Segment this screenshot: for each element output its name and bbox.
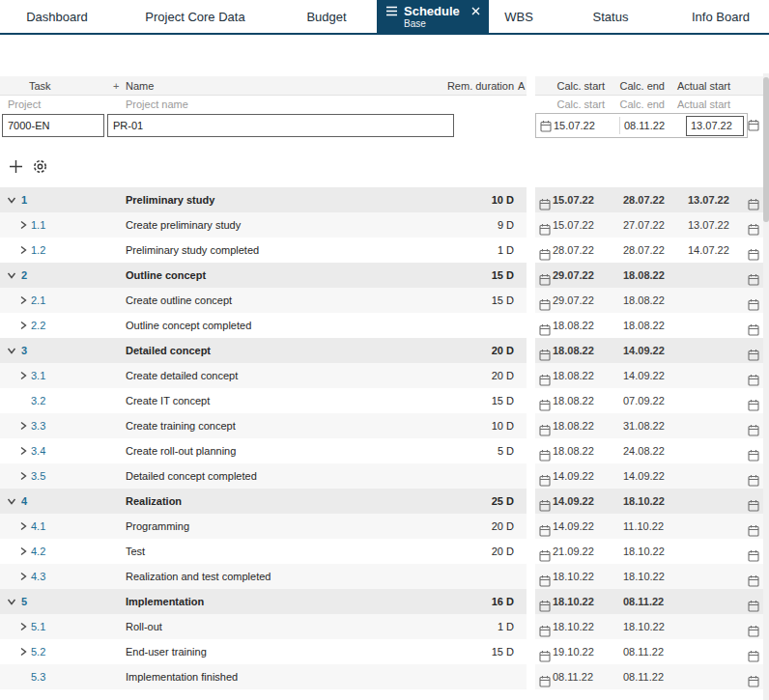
calc-start-cell[interactable]: 18.08.22 — [553, 313, 594, 338]
chevron-icon[interactable] — [7, 270, 16, 280]
task-number-link[interactable]: 3.4 — [31, 438, 45, 463]
chevron-icon[interactable] — [18, 521, 28, 531]
calc-end-cell[interactable]: 11.10.22 — [623, 514, 664, 539]
tab-info-board[interactable]: Info Board — [672, 0, 769, 33]
task-duration-cell[interactable]: 1 D — [498, 614, 514, 639]
calendar-icon[interactable] — [539, 546, 551, 558]
task-name-cell[interactable]: Preliminary study — [126, 187, 214, 212]
chevron-icon[interactable] — [18, 471, 28, 481]
task-number-link[interactable]: 5.2 — [31, 639, 45, 664]
calendar-icon[interactable] — [748, 320, 759, 332]
calendar-icon[interactable] — [539, 520, 551, 533]
calendar-icon[interactable] — [748, 119, 759, 133]
calendar-icon[interactable] — [539, 345, 551, 357]
calc-start-cell[interactable]: 18.08.22 — [553, 413, 594, 438]
calendar-icon[interactable] — [748, 244, 759, 257]
calc-start-cell[interactable]: 15.07.22 — [553, 212, 594, 238]
calendar-icon[interactable] — [539, 370, 551, 382]
calc-end-cell[interactable]: 31.08.22 — [623, 413, 665, 438]
close-icon[interactable] — [471, 7, 480, 15]
calendar-icon[interactable] — [539, 571, 551, 583]
task-name-cell[interactable]: Test — [126, 539, 145, 564]
actual-start-cell[interactable]: 13.07.22 — [688, 187, 729, 212]
tab-schedule[interactable]: Schedule Base — [377, 0, 489, 33]
calendar-icon[interactable] — [539, 244, 551, 257]
task-name-cell[interactable]: Create preliminary study — [126, 212, 241, 238]
calendar-icon[interactable] — [748, 370, 759, 382]
hamburger-icon[interactable] — [385, 6, 398, 16]
task-number-link[interactable]: 2.1 — [31, 288, 45, 313]
task-duration-cell[interactable]: 9 D — [498, 212, 514, 238]
calc-start-cell[interactable]: 18.10.22 — [553, 614, 594, 639]
task-name-cell[interactable]: Roll-out — [126, 614, 162, 639]
calc-end-cell[interactable]: 14.09.22 — [623, 363, 665, 388]
chevron-icon[interactable] — [18, 446, 28, 456]
task-number-link[interactable]: 1 — [21, 187, 27, 212]
calendar-icon[interactable] — [539, 269, 551, 282]
calc-end-cell[interactable]: 18.08.22 — [623, 288, 665, 313]
task-number-link[interactable]: 4.3 — [31, 564, 45, 589]
chevron-icon[interactable] — [18, 295, 28, 305]
task-duration-cell[interactable]: 20 D — [492, 539, 514, 564]
calc-start-cell[interactable]: 18.10.22 — [553, 589, 594, 614]
task-number-link[interactable]: 3.3 — [31, 413, 45, 438]
calc-end-cell[interactable]: 27.07.22 — [623, 212, 665, 238]
calendar-icon[interactable] — [748, 420, 759, 433]
calendar-icon[interactable] — [748, 294, 759, 307]
calendar-icon[interactable] — [539, 445, 551, 458]
calc-end-cell[interactable]: 14.09.22 — [623, 338, 665, 363]
calc-end-cell[interactable]: 18.08.22 — [623, 313, 665, 338]
calc-start-cell[interactable]: 15.07.22 — [553, 187, 594, 212]
calc-end-cell[interactable]: 14.09.22 — [623, 463, 665, 489]
calendar-icon[interactable] — [539, 395, 551, 407]
calendar-icon[interactable] — [539, 671, 551, 684]
chevron-icon[interactable] — [18, 421, 28, 431]
task-name-cell[interactable]: End-user training — [126, 639, 207, 664]
calc-start-cell[interactable]: 14.09.22 — [553, 463, 594, 489]
chevron-icon[interactable] — [18, 321, 28, 330]
task-number-link[interactable]: 3 — [21, 338, 27, 363]
project-name-input[interactable] — [107, 114, 454, 137]
task-number-link[interactable]: 1.1 — [31, 212, 45, 238]
calc-end-cell[interactable]: 18.10.22 — [623, 564, 665, 589]
calendar-icon[interactable] — [539, 194, 551, 207]
task-name-cell[interactable]: Create detailed concept — [126, 363, 238, 388]
task-name-cell[interactable]: Detailed concept — [126, 338, 211, 363]
chevron-icon[interactable] — [18, 647, 28, 657]
calc-end-cell[interactable]: 18.10.22 — [623, 539, 665, 564]
task-duration-cell[interactable]: 1 D — [498, 238, 514, 263]
chevron-icon[interactable] — [7, 496, 16, 506]
actual-start-cell[interactable]: 13.07.22 — [688, 212, 729, 238]
calc-start-cell[interactable]: 21.09.22 — [553, 539, 594, 564]
vertical-scrollbar[interactable] — [763, 73, 769, 700]
task-duration-cell[interactable]: 20 D — [492, 514, 514, 539]
calc-start-cell[interactable]: 19.10.22 — [553, 639, 594, 664]
task-name-cell[interactable]: Create training concept — [126, 413, 236, 438]
calendar-icon[interactable] — [748, 194, 759, 207]
project-id-input[interactable] — [2, 114, 104, 137]
calendar-icon[interactable] — [748, 596, 759, 608]
calendar-icon[interactable] — [748, 621, 759, 633]
task-duration-cell[interactable]: 10 D — [492, 413, 514, 438]
task-number-link[interactable]: 5 — [21, 589, 27, 614]
task-name-cell[interactable]: Detailed concept completed — [126, 463, 257, 489]
calc-end-cell[interactable]: 08.11.22 — [623, 639, 664, 664]
task-duration-cell[interactable]: 10 D — [492, 187, 514, 212]
calc-end-cell[interactable]: 07.09.22 — [623, 388, 665, 413]
task-name-cell[interactable]: Create outline concept — [126, 288, 232, 313]
chevron-icon[interactable] — [18, 245, 28, 255]
task-number-link[interactable]: 4.1 — [31, 514, 45, 539]
task-duration-cell[interactable]: 15 D — [492, 288, 514, 313]
calc-end-cell[interactable]: 28.07.22 — [623, 187, 665, 212]
calendar-icon[interactable] — [539, 420, 551, 433]
calendar-icon[interactable] — [748, 571, 759, 583]
calendar-icon[interactable] — [748, 395, 759, 407]
task-duration-cell[interactable]: 20 D — [492, 338, 514, 363]
tab-project-core-data[interactable]: Project Core Data — [114, 0, 276, 33]
task-duration-cell[interactable]: 15 D — [492, 388, 514, 413]
calendar-icon[interactable] — [748, 520, 759, 533]
chevron-icon[interactable] — [18, 572, 28, 581]
task-name-cell[interactable]: Realization — [126, 489, 182, 514]
calc-start-cell[interactable]: 29.07.22 — [553, 288, 594, 313]
calc-end-cell[interactable]: 18.10.22 — [623, 489, 665, 514]
